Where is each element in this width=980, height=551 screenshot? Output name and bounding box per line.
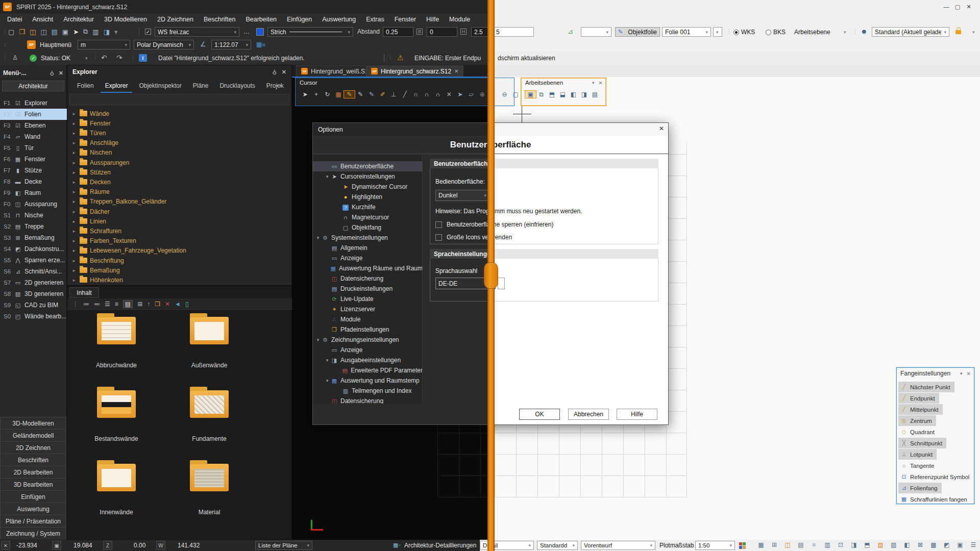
new-folder-icon[interactable]: ❒ (155, 300, 160, 308)
status-dropdown[interactable]: ▾ (85, 56, 88, 61)
style-combo[interactable]: WS frei.zac▾ (155, 27, 239, 37)
sidebar-item-3D generieren[interactable]: S8 ▧ 3D generieren (0, 288, 67, 299)
tree-item-Räume[interactable]: ▸ Räume (70, 187, 289, 197)
explorer-tab-Drucklayouts[interactable]: Drucklayouts (215, 80, 259, 93)
dialog-close-icon[interactable]: ✕ (659, 125, 664, 132)
undo-icon[interactable]: ↶ (101, 54, 107, 62)
coords-toggle-icon[interactable]: ✕ (1, 541, 10, 550)
close-button[interactable]: ✕ (963, 2, 974, 12)
snap-option-Quadrant[interactable]: ◇ Quadrant (898, 427, 973, 437)
group-button-Zeichnung / System[interactable]: Zeichnung / System (0, 527, 66, 539)
group-button-3D Bearbeiten[interactable]: 3D Bearbeiten (0, 478, 66, 490)
list-lines-icon[interactable]: ≡ (115, 300, 118, 308)
menu-Einfügen[interactable]: Einfügen (282, 14, 317, 26)
settings-tree-Cursoreinstellungen[interactable]: ▾ ➤ Cursoreinstellungen (313, 171, 423, 182)
toolbar-overflow-dropdown[interactable]: ▾ (972, 30, 975, 35)
tree-item-Aussparungen[interactable]: ▸ Aussparungen (70, 158, 289, 167)
settings-tree-Datensicherung[interactable]: ◫ Datensicherung (313, 396, 423, 404)
up-level-icon[interactable]: ↑ (147, 300, 150, 308)
minimize-button[interactable]: — (941, 2, 952, 12)
chevron-icon[interactable]: ▾ (324, 174, 330, 179)
snap-lock-icon[interactable]: ➤ (455, 91, 466, 98)
tree-item-Dächer[interactable]: ▸ Dächer (70, 207, 289, 216)
h-field-light[interactable]: 5 (493, 27, 534, 37)
plane-rotate-icon[interactable]: ◧ (568, 91, 579, 98)
menu-Architektur[interactable]: Architektur (58, 14, 99, 26)
menu-Bearbeiten[interactable]: Bearbeiten (240, 14, 281, 26)
settings-tree-Systemeinstellungen[interactable]: ▾ ⚙ Systemeinstellungen (313, 233, 423, 243)
menu-2D Zeichnen[interactable]: 2D Zeichnen (152, 14, 199, 26)
chevron-right-icon[interactable]: ▸ (70, 160, 78, 165)
sidebar-item-Bemaßung[interactable]: S3 ⊞ Bemaßung (0, 232, 67, 243)
line-icon[interactable]: ╱ (399, 91, 410, 98)
angle-icon[interactable]: ∠ (200, 40, 206, 48)
sidebar-item-Folien[interactable]: F2 ☑ Folien (0, 109, 67, 120)
snap-option-Tangente[interactable]: ○ Tangente (898, 460, 973, 471)
plane-top-icon[interactable]: ⬒ (547, 91, 557, 98)
pointer-icon[interactable]: ➤ (300, 91, 311, 98)
eraser-icon[interactable]: ▱ (465, 91, 477, 98)
tree-item-Farben_Texturen[interactable]: ▸ Farben_Texturen (70, 236, 289, 246)
snap-toggle-icon[interactable]: ⊞ (768, 541, 781, 548)
settings-tree-Module[interactable]: ∴ Module (313, 314, 423, 324)
menu-Ansicht[interactable]: Ansicht (27, 14, 58, 26)
group-button-2D Zeichnen[interactable]: 2D Zeichnen (0, 441, 66, 454)
sidebar-item-Tür[interactable]: F5 ▯ Tür (0, 142, 67, 154)
paste-special-icon[interactable]: ▣ (62, 28, 68, 36)
chevron-right-icon[interactable]: ▸ (70, 180, 78, 185)
plane-front-icon[interactable]: ⬓ (557, 91, 568, 98)
folie-dropdown-button[interactable]: ▾ (713, 27, 722, 37)
ortho-u3-icon[interactable]: ∩ (432, 91, 444, 98)
orbit-icon[interactable]: ↻ (322, 91, 333, 98)
phase-combo[interactable]: Vorentwurf▾ (581, 541, 655, 550)
chevron-right-icon[interactable]: ▸ (70, 219, 78, 224)
clean-screen-icon[interactable]: ◩ (940, 541, 953, 548)
settings-tree-Dynamischer Cursor[interactable]: ➤ Dynamischer Cursor (313, 182, 423, 192)
sidebar-item-Ebenen[interactable]: F3 ☑ Ebenen (0, 120, 67, 131)
color-grid-icon[interactable]: ▦ (333, 91, 344, 98)
chevron-right-icon[interactable]: ▸ (70, 209, 78, 214)
sidebar-item-Fenster[interactable]: F6 ▦ Fenster (0, 154, 67, 165)
group-button-Einfügen[interactable]: Einfügen (0, 490, 66, 503)
tab-close-icon[interactable]: ✕ (454, 68, 458, 74)
settings-tree-Anzeige[interactable]: ▭ Anzeige (313, 253, 423, 263)
settings-tree-Live-Update[interactable]: ⟳ Live-Update (313, 294, 423, 304)
sidebar-item-Nische[interactable]: S1 ⊓ Nische (0, 210, 67, 221)
explorer-filter-bar[interactable] (69, 94, 289, 105)
explorer-close-icon[interactable]: ✕ (282, 69, 286, 76)
settings-tree-Datensicherung[interactable]: ◫ Datensicherung (313, 273, 423, 284)
tree-item-Anschläge[interactable]: ▸ Anschläge (70, 138, 289, 148)
tree-item-Treppen_Balkone_Geländer[interactable]: ▸ Treppen_Balkone_Geländer (70, 197, 289, 207)
settings-tree-Druckeinstellungen[interactable]: ▤ Druckeinstellungen (313, 284, 423, 294)
plans-combo[interactable]: Liste der Pläne▾ (255, 541, 312, 550)
menu-Auswertung[interactable]: Auswertung (317, 14, 361, 26)
big-icons-checkbox[interactable]: Große Icons verwenden (435, 234, 512, 241)
sidebar-item-Aussparung[interactable]: F0 ◫ Aussparung (0, 198, 67, 210)
list-detail-icon[interactable]: ≕ (94, 300, 100, 308)
arbeitsebene-dropdown[interactable]: ▾ (844, 30, 846, 35)
snap-option-Zentrum[interactable]: ◎ Zentrum (898, 415, 936, 426)
settings-tree-Magnetcursor[interactable]: ∩ Magnetcursor (313, 212, 423, 222)
tree-item-Bemaßung[interactable]: ▸ Bemaßung (70, 265, 289, 275)
lineweight-icon[interactable]: ◨ (847, 541, 861, 548)
pin-icon[interactable]: ⚲ (50, 70, 54, 77)
snap-option-Schnittpunkt[interactable]: ╳ Schnittpunkt (898, 438, 946, 448)
style-checkbox[interactable]: ✓ (145, 29, 151, 35)
copy-icon[interactable]: ⧉ (83, 28, 88, 36)
pencil-multi-icon[interactable]: ✎ (366, 91, 377, 98)
chevron-right-icon[interactable]: ▸ (70, 121, 78, 126)
pencil-icon[interactable]: ✎ (344, 91, 355, 98)
tabs-scroll-left-icon[interactable]: ◂ (276, 83, 278, 88)
chevron-right-icon[interactable]: ▸ (70, 268, 78, 273)
objektfolie-toggle[interactable]: ✎ Objektfolie (615, 27, 660, 37)
chevron-right-icon[interactable]: ▸ (70, 111, 78, 116)
menu-Hilfe[interactable]: Hilfe (421, 14, 444, 26)
group-button-Auswertung[interactable]: Auswertung (0, 503, 66, 515)
settings-tree-Anzeige[interactable]: ▭ Anzeige (313, 345, 423, 355)
image-icon[interactable]: ◨ (104, 28, 110, 36)
ortho-toggle-icon[interactable]: ◫ (781, 541, 794, 548)
workspace-icon[interactable]: ◧ (900, 541, 914, 548)
standard-combo[interactable]: Standardd▾ (537, 541, 578, 550)
menu-Fenster[interactable]: Fenster (389, 14, 421, 26)
print-icon[interactable]: ▤ (52, 28, 58, 36)
